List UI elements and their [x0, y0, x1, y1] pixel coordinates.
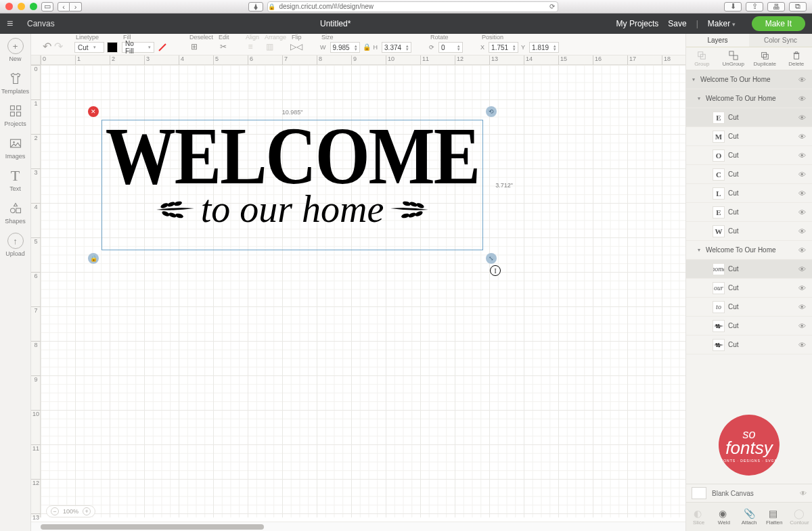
layer-row[interactable]: homeCut👁: [686, 260, 812, 279]
tabs-button[interactable]: ⧉: [789, 2, 807, 11]
canvas-layer-row[interactable]: Blank Canvas 👁: [686, 484, 812, 503]
visibility-icon[interactable]: 👁: [798, 189, 808, 198]
linetype-swatch[interactable]: [107, 42, 118, 53]
layer-row[interactable]: ▾Welcome To Our Home👁: [686, 89, 812, 108]
selected-artwork[interactable]: ✕ ⟲ 🔒 ⤡ 10.985" 3.712" WELCOME to our ho…: [103, 121, 482, 249]
layer-row[interactable]: Cut👁: [686, 336, 812, 354]
projects-button[interactable]: Projects: [2, 103, 29, 127]
visibility-icon[interactable]: 👁: [798, 246, 808, 254]
pos-y-input[interactable]: 1.819▴▾: [529, 42, 559, 53]
height-input[interactable]: 3.374▴▾: [382, 42, 411, 53]
visibility-icon[interactable]: 👁: [798, 76, 808, 84]
machine-select[interactable]: Maker: [708, 19, 736, 28]
my-projects-link[interactable]: My Projects: [616, 19, 659, 28]
visibility-icon[interactable]: 👁: [798, 322, 808, 330]
tab-color-sync[interactable]: Color Sync: [749, 34, 812, 47]
visibility-icon[interactable]: 👁: [798, 170, 808, 179]
plus-icon: +: [7, 38, 24, 54]
nav-back-button[interactable]: ‹: [58, 2, 70, 11]
scale-handle-icon[interactable]: ⤡: [486, 253, 497, 264]
visibility-icon[interactable]: 👁: [798, 284, 808, 292]
address-bar[interactable]: 🔒 design.cricut.com/#/design/new ⟳: [267, 1, 558, 12]
grid-icon: [7, 103, 24, 119]
delete-button[interactable]: Delete: [781, 47, 813, 70]
layer-row[interactable]: ECut👁: [686, 108, 812, 127]
layer-row[interactable]: ECut👁: [686, 203, 812, 222]
deselect-button[interactable]: ⊞: [188, 41, 200, 53]
visibility-icon[interactable]: 👁: [798, 95, 808, 103]
visibility-icon[interactable]: 👁: [798, 152, 808, 160]
screen-name: Canvas: [27, 19, 55, 28]
layer-row[interactable]: toCut👁: [686, 298, 812, 317]
delete-handle-icon[interactable]: ✕: [88, 106, 99, 117]
visibility-icon[interactable]: 👁: [798, 208, 808, 216]
share-button[interactable]: ⇪: [746, 2, 763, 11]
menu-button[interactable]: ≡: [7, 18, 27, 30]
layer-row[interactable]: WCut👁: [686, 222, 812, 241]
rotate-handle-icon[interactable]: ⟲: [486, 106, 497, 117]
visibility-icon[interactable]: 👁: [798, 341, 808, 349]
h-scroll-thumb[interactable]: [41, 524, 264, 530]
redo-button[interactable]: ↷: [54, 40, 63, 53]
width-input[interactable]: 9.985▴▾: [330, 42, 360, 53]
sidebar-toggle-button[interactable]: ▭: [41, 2, 53, 11]
app-top-bar: ≡ Canvas Untitled* My Projects Save | Ma…: [0, 14, 812, 34]
linetype-dropdown[interactable]: Cut: [74, 42, 104, 53]
lock-handle-icon[interactable]: 🔒: [88, 253, 99, 264]
minimize-window-icon[interactable]: [18, 3, 25, 10]
zoom-in-button[interactable]: +: [83, 507, 91, 515]
tab-layers[interactable]: Layers: [686, 34, 749, 47]
ungroup-button[interactable]: UnGroup: [718, 47, 750, 70]
shapes-label: Shapes: [5, 218, 26, 225]
undo-button[interactable]: ↶: [43, 40, 51, 53]
shapes-button[interactable]: Shapes: [2, 200, 29, 225]
layer-row[interactable]: OCut👁: [686, 146, 812, 165]
layer-row[interactable]: Cut👁: [686, 317, 812, 336]
rotate-input[interactable]: 0▴▾: [438, 42, 463, 53]
lock-aspect-icon[interactable]: 🔒: [363, 43, 371, 52]
text-button[interactable]: T Text: [2, 168, 29, 192]
flatten-button[interactable]: ▤Flatten: [762, 503, 787, 531]
fullscreen-window-icon[interactable]: [30, 3, 37, 10]
zoom-control[interactable]: − 100% +: [46, 505, 95, 517]
images-button[interactable]: Images: [2, 135, 29, 160]
visibility-icon[interactable]: 👁: [798, 133, 808, 141]
upload-button[interactable]: ↑ Upload: [2, 233, 29, 257]
visibility-icon[interactable]: 👁: [798, 265, 808, 273]
layer-row[interactable]: ourCut👁: [686, 279, 812, 298]
layer-row[interactable]: LCut👁: [686, 184, 812, 203]
selection-height: 3.712": [495, 182, 513, 189]
nav-forward-button[interactable]: ›: [70, 2, 82, 11]
layer-row[interactable]: MCut👁: [686, 127, 812, 146]
close-window-icon[interactable]: [5, 3, 13, 10]
canvas-visibility-icon[interactable]: 👁: [800, 490, 807, 497]
layer-row[interactable]: ▾Welcome To Our Home👁: [686, 70, 812, 89]
no-fill-icon[interactable]: [157, 42, 168, 53]
h-scrollbar[interactable]: [31, 522, 685, 531]
attach-button[interactable]: 📎Attach: [736, 503, 761, 531]
zoom-out-button[interactable]: −: [51, 507, 59, 515]
duplicate-button[interactable]: Duplicate: [749, 47, 781, 70]
pos-x-input[interactable]: 1.751▴▾: [489, 42, 518, 53]
new-button[interactable]: + New: [2, 38, 29, 62]
edit-button[interactable]: ✂: [217, 41, 229, 53]
visibility-icon[interactable]: 👁: [798, 227, 808, 235]
save-link[interactable]: Save: [668, 19, 686, 28]
print-button[interactable]: 🖶: [767, 2, 785, 11]
downloads-button[interactable]: ⬇: [724, 2, 742, 11]
visibility-icon[interactable]: 👁: [798, 303, 808, 311]
make-it-button[interactable]: Make It: [752, 16, 805, 31]
layers-list[interactable]: ▾Welcome To Our Home👁▾Welcome To Our Hom…: [686, 70, 812, 407]
weld-button[interactable]: ◉Weld: [711, 503, 736, 531]
reload-icon[interactable]: ⟳: [549, 3, 555, 10]
layer-row[interactable]: CCut👁: [686, 165, 812, 184]
fill-dropdown[interactable]: No Fill: [122, 42, 154, 53]
flip-button[interactable]: ▷◁: [290, 41, 302, 53]
visibility-icon[interactable]: 👁: [798, 114, 808, 122]
cricut-favicon-icon: [248, 2, 263, 11]
layer-row[interactable]: ▾Welcome To Our Home👁: [686, 241, 812, 260]
canvas-area[interactable]: 012345678910111213141516171819 012345678…: [31, 55, 685, 531]
templates-button[interactable]: Templates: [2, 70, 29, 95]
project-title[interactable]: Untitled*: [55, 19, 616, 28]
artwork-line1: WELCOME: [103, 116, 482, 197]
